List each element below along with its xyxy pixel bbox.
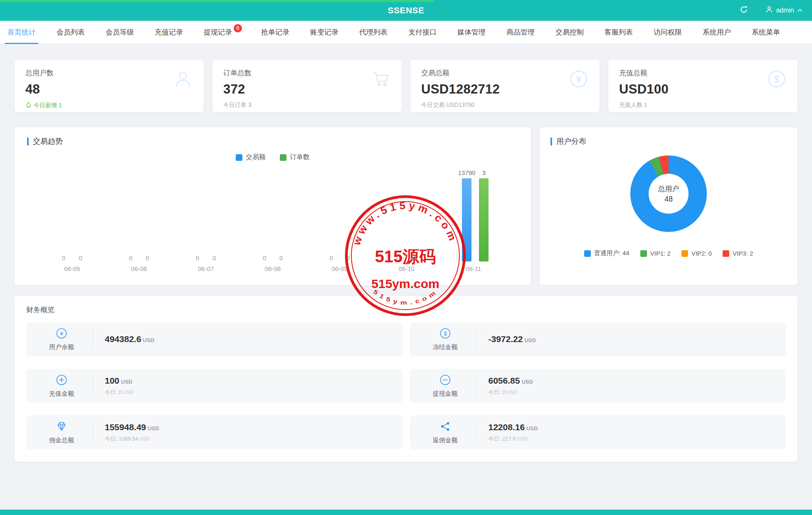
tab-product-management[interactable]: 商品管理	[506, 21, 535, 44]
chevron-up-icon	[797, 7, 803, 14]
trend-plot-area: 00 00 00 00 00 00	[27, 163, 518, 261]
stat-card-total-trade: 交易总额 USD1282712 今日交易 USD13790 ¥	[410, 60, 600, 112]
x-tick: 06-10	[373, 265, 440, 272]
svg-text:$: $	[444, 330, 447, 337]
tab-balance-change-records[interactable]: 账变记录	[310, 21, 338, 44]
legend-vip2[interactable]: VIP2: 0	[681, 249, 712, 257]
header-controls: admin	[736, 0, 803, 21]
legend-order-count[interactable]: 订单数	[280, 153, 310, 162]
finance-value: 6056.85USD	[489, 376, 533, 386]
tab-home-stats[interactable]: 首页统计	[7, 21, 36, 44]
trend-group: 00	[239, 254, 306, 261]
finance-title: 财务概览	[26, 305, 786, 315]
bar-value-label: 13790	[458, 169, 476, 176]
tab-trade-control[interactable]: 交易控制	[555, 21, 584, 44]
trend-title: 交易趋势	[27, 136, 518, 146]
tab-grab-records[interactable]: 抢单记录	[261, 21, 289, 44]
stat-card-total-recharge: 充值总额 USD100 充值人数 1 $	[608, 60, 797, 112]
refresh-icon	[740, 5, 748, 15]
divider	[93, 421, 93, 443]
x-tick: 06-11	[440, 265, 507, 272]
divider	[476, 328, 477, 350]
svg-text:$: $	[774, 74, 779, 84]
stat-card-total-orders: 订单总数 372 今日订单 3	[212, 60, 402, 112]
minus-circle-icon	[439, 374, 451, 387]
finance-today: 今日: 217.9USD	[489, 435, 538, 443]
diamond-icon	[56, 421, 67, 434]
user-menu[interactable]: admin	[765, 6, 803, 15]
title-accent-bar	[550, 138, 552, 145]
x-tick: 06-05	[39, 265, 106, 272]
share-icon	[439, 421, 451, 434]
trend-group: 00	[106, 254, 173, 261]
x-tick: 06-06	[106, 265, 173, 272]
total-orders-value: 372	[223, 82, 391, 97]
tab-agent-list[interactable]: 代理列表	[359, 21, 387, 44]
zero-value: 0	[212, 254, 216, 261]
divider	[93, 375, 93, 397]
tab-member-list[interactable]: 会员列表	[57, 21, 85, 44]
trend-group: 00	[373, 254, 440, 261]
distribution-title: 用户分布	[550, 136, 787, 146]
legend-normal-users[interactable]: 普通用户: 44	[584, 249, 629, 257]
legend-vip1[interactable]: VIP1: 2	[640, 249, 671, 257]
trend-chart-panel: 交易趋势 交易额 订单数 00 00	[15, 127, 531, 285]
trend-group: 00	[306, 254, 373, 261]
page-content: 总用户数 48 今日新增 1 订单总数 372 今日订单 3 交易总额 USD1…	[0, 60, 812, 462]
today-orders: 今日订单 3	[223, 101, 391, 109]
zero-value: 0	[330, 254, 333, 261]
footer-bar	[0, 510, 812, 515]
zero-value: 0	[79, 254, 82, 261]
finance-value: 494382.6USD	[105, 334, 154, 344]
x-tick: 06-07	[173, 265, 239, 272]
cart-icon	[371, 69, 391, 91]
distribution-legend: 普通用户: 44 VIP1: 2 VIP2: 0 VIP3: 2	[550, 249, 787, 257]
total-recharge-value: USD100	[619, 82, 787, 97]
tab-recharge-records[interactable]: 充值记录	[155, 21, 183, 44]
dollar-circle-icon: $	[439, 328, 451, 341]
tab-withdraw-records[interactable]: 提现记录6	[204, 21, 240, 44]
refresh-button[interactable]	[736, 3, 751, 18]
stat-cards-row: 总用户数 48 今日新增 1 订单总数 372 今日订单 3 交易总额 USD1…	[15, 60, 797, 112]
zero-value: 0	[62, 254, 65, 261]
bar-trade-amount: 13790	[458, 169, 476, 261]
bar-blue	[462, 178, 471, 261]
tab-member-level[interactable]: 会员等级	[106, 21, 134, 44]
zero-value: 0	[146, 254, 149, 261]
trend-group: 00	[39, 254, 106, 261]
finance-user-balance: ¥ 用户余额 494382.6USD	[26, 322, 402, 356]
finance-value: 100USD	[105, 376, 133, 386]
zero-value: 0	[196, 254, 199, 261]
legend-chip-orange	[681, 250, 688, 257]
yen-circle-icon: ¥	[569, 69, 589, 91]
legend-trade-amount[interactable]: 交易额	[236, 153, 266, 162]
finance-value: 155948.49USD	[105, 422, 159, 432]
tab-system-users[interactable]: 系统用户	[703, 21, 731, 44]
bar-order-count: 3	[479, 169, 489, 261]
finance-today: 今日: 0USD	[105, 389, 133, 396]
trend-group-06-11: 13790 3	[440, 169, 507, 261]
legend-chip-blue	[584, 250, 591, 257]
total-trade-value: USD1282712	[421, 82, 589, 97]
legend-chip-red	[723, 250, 729, 257]
divider	[476, 375, 477, 397]
x-tick: 06-09	[306, 265, 373, 272]
tab-service-list[interactable]: 客服列表	[605, 21, 633, 44]
tab-access-rights[interactable]: 访问权限	[654, 21, 682, 44]
tab-payment-api[interactable]: 支付接口	[408, 21, 437, 44]
legend-vip3[interactable]: VIP3: 2	[723, 249, 753, 257]
finance-today: 今日: 1089.54USD	[105, 435, 159, 443]
finance-grid: ¥ 用户余额 494382.6USD $ 冻结金额 -3	[26, 322, 786, 449]
main-nav: 首页统计 会员列表 会员等级 充值记录 提现记录6 抢单记录 账变记录 代理列表…	[0, 21, 812, 44]
plus-circle-icon	[56, 374, 67, 387]
zero-value: 0	[263, 254, 266, 261]
stat-card-total-users: 总用户数 48 今日新增 1	[15, 60, 204, 112]
tab-system-menu[interactable]: 系统菜单	[752, 21, 780, 44]
loading-progress-strip	[0, 0, 434, 2]
zero-value: 0	[346, 254, 350, 261]
user-icon	[765, 6, 773, 15]
tab-media-management[interactable]: 媒体管理	[457, 21, 486, 44]
recharge-users: 充值人数 1	[619, 101, 787, 109]
finance-value: 12208.16USD	[489, 422, 538, 432]
total-users-value: 48	[25, 82, 193, 97]
